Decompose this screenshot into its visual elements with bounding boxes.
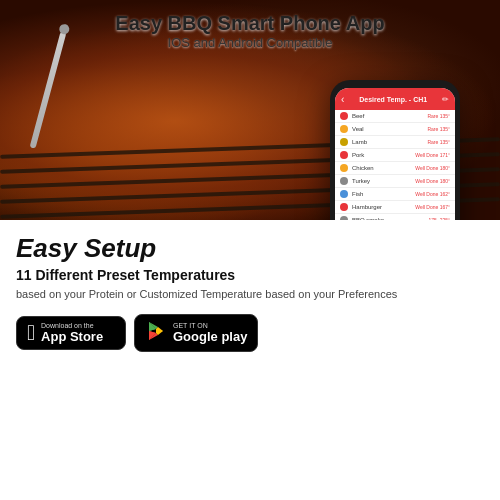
text-content: Easy Setup 11 Different Preset Temperatu… [16,234,484,352]
food-temp: Rare 135° [427,113,450,119]
food-dot [340,125,348,133]
food-temp: 175~225° [428,217,450,220]
apple-icon:  [27,322,35,344]
food-name: Fish [352,191,415,197]
list-item[interactable]: Hamburger Well Done 167° [335,201,455,214]
hero-title-overlay: Easy BBQ Smart Phone App IOS and Android… [0,12,500,50]
food-dot [340,151,348,159]
easy-setup-heading: Easy Setup [16,234,484,263]
food-temp: Rare 135° [427,139,450,145]
hero-section: Easy BBQ Smart Phone App IOS and Android… [0,0,500,220]
preset-description: based on your Protein or Customized Temp… [16,287,484,302]
food-name: Turkey [352,178,415,184]
list-item[interactable]: Pork Well Done 171° [335,149,455,162]
food-temp: Well Done 162° [415,191,450,197]
food-temp: Rare 135° [427,126,450,132]
phone-mockup: ‹ Desired Temp. - CH1 ✏ Beef Rare 135° V… [330,80,480,220]
food-temp: Well Done 180° [415,178,450,184]
food-name: Chicken [352,165,415,171]
list-item[interactable]: Lamb Rare 135° [335,136,455,149]
googleplay-small-text: GET IT ON [173,322,247,329]
googleplay-badge[interactable]: GET IT ON Google play [134,314,258,352]
appstore-text: Download on the App Store [41,322,103,345]
googleplay-big-text: Google play [173,329,247,345]
appstore-big-text: App Store [41,329,103,345]
google-play-icon [145,320,167,346]
googleplay-text: GET IT ON Google play [173,322,247,345]
appstore-badge[interactable]:  Download on the App Store [16,316,126,351]
list-item[interactable]: Chicken Well Done 180° [335,162,455,175]
list-item[interactable]: BBQ smoke 175~225° [335,214,455,220]
food-name: Veal [352,126,427,132]
food-dot [340,112,348,120]
food-list: Beef Rare 135° Veal Rare 135° Lamb Rare … [335,110,455,220]
list-item[interactable]: Veal Rare 135° [335,123,455,136]
food-name: Pork [352,152,415,158]
food-dot [340,216,348,220]
list-item[interactable]: Fish Well Done 162° [335,188,455,201]
food-dot [340,177,348,185]
food-name: Lamb [352,139,427,145]
phone-screen-title: Desired Temp. - CH1 [344,96,442,103]
phone-status-bar: ‹ Desired Temp. - CH1 ✏ [335,88,455,110]
food-name: BBQ smoke [352,217,428,220]
food-temp: Well Done 180° [415,165,450,171]
food-temp: Well Done 171° [415,152,450,158]
food-dot [340,164,348,172]
list-item[interactable]: Beef Rare 135° [335,110,455,123]
appstore-small-text: Download on the [41,322,103,329]
page-title: Easy BBQ Smart Phone App [0,12,500,35]
food-name: Hamburger [352,204,415,210]
food-dot [340,203,348,211]
bottom-section: Easy Setup 11 Different Preset Temperatu… [0,220,500,362]
food-name: Beef [352,113,427,119]
preset-title: 11 Different Preset Temperatures [16,267,484,283]
list-item[interactable]: Turkey Well Done 180° [335,175,455,188]
svg-marker-7 [156,327,163,335]
food-dot [340,138,348,146]
food-temp: Well Done 167° [415,204,450,210]
page-subtitle: IOS and Android Compatible [0,35,500,50]
food-dot [340,190,348,198]
phone-frame: ‹ Desired Temp. - CH1 ✏ Beef Rare 135° V… [330,80,460,220]
edit-icon: ✏ [442,95,449,104]
phone-screen: ‹ Desired Temp. - CH1 ✏ Beef Rare 135° V… [335,88,455,220]
badges-section:  Download on the App Store [16,314,484,352]
